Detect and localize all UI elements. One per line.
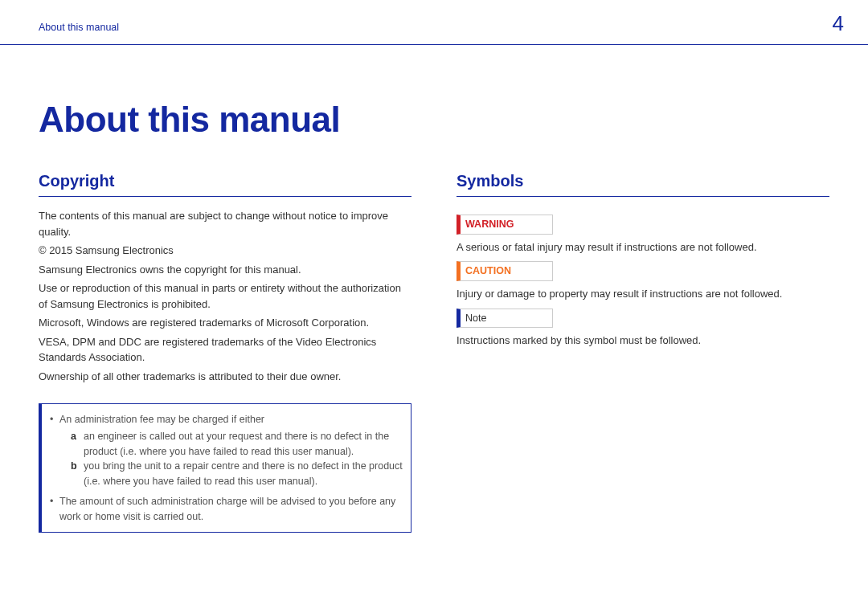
copyright-para: Microsoft, Windows are registered tradem… bbox=[39, 315, 411, 331]
admin-fee-note-panel: An administration fee may be charged if … bbox=[39, 403, 411, 533]
warning-description: A serious or fatal injury may result if … bbox=[457, 239, 829, 255]
list-marker-a: a bbox=[71, 429, 76, 444]
copyright-para: VESA, DPM and DDC are registered tradema… bbox=[39, 334, 411, 366]
page-header: About this manual 4 bbox=[0, 0, 868, 45]
note-bullet: The amount of such administration charge… bbox=[48, 494, 403, 525]
caution-badge: CAUTION bbox=[457, 261, 553, 281]
page-title: About this manual bbox=[39, 93, 829, 146]
copyright-para: © 2015 Samsung Electronics bbox=[39, 243, 411, 259]
page-number: 4 bbox=[833, 8, 844, 39]
warning-badge: WARNING bbox=[457, 215, 553, 235]
note-subitem-text: you bring the unit to a repair centre an… bbox=[84, 460, 403, 487]
copyright-para: Use or reproduction of this manual in pa… bbox=[39, 280, 411, 312]
copyright-para: Ownership of all other trademarks is att… bbox=[39, 369, 411, 385]
right-column: Symbols WARNING A serious or fatal injur… bbox=[457, 169, 829, 533]
section-heading-symbols: Symbols bbox=[457, 169, 829, 197]
page-body: About this manual Copyright The contents… bbox=[0, 93, 868, 533]
breadcrumb: About this manual bbox=[39, 20, 119, 35]
copyright-para: Samsung Electronics owns the copyright f… bbox=[39, 262, 411, 278]
section-heading-copyright: Copyright bbox=[39, 169, 411, 197]
list-marker-b: b bbox=[71, 459, 77, 474]
note-subitem-a: a an engineer is called out at your requ… bbox=[59, 429, 403, 460]
note-subitem-text: an engineer is called out at your reques… bbox=[84, 431, 389, 457]
note-bullet-text: An administration fee may be charged if … bbox=[59, 414, 264, 425]
two-column-layout: Copyright The contents of this manual ar… bbox=[39, 169, 829, 533]
copyright-para: The contents of this manual are subject … bbox=[39, 208, 411, 239]
note-badge: Note bbox=[457, 309, 553, 329]
note-bullet: An administration fee may be charged if … bbox=[48, 412, 403, 489]
note-subitem-b: b you bring the unit to a repair centre … bbox=[59, 459, 403, 489]
left-column: Copyright The contents of this manual ar… bbox=[39, 169, 411, 533]
note-bullet-text: The amount of such administration charge… bbox=[59, 496, 395, 522]
caution-description: Injury or damage to property may result … bbox=[457, 286, 829, 302]
note-description: Instructions marked by this symbol must … bbox=[457, 333, 829, 349]
